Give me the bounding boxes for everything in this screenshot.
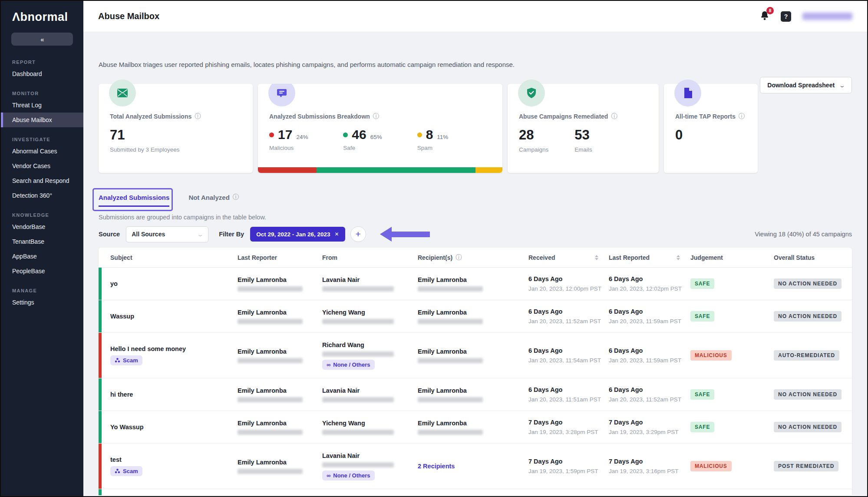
filter-bar: Source All Sources ⌄ Filter By Oct 29, 2… bbox=[99, 226, 852, 242]
column-header-received[interactable]: Received bbox=[528, 248, 609, 267]
blurred-email bbox=[238, 397, 303, 402]
sidebar-item-detection-360[interactable]: Detection 360° bbox=[1, 188, 83, 203]
close-icon[interactable]: ✕ bbox=[335, 231, 339, 237]
column-header-last-reported[interactable]: Last Reported bbox=[609, 248, 690, 267]
sidebar-item-vendor-cases[interactable]: Vendor Cases bbox=[1, 159, 83, 173]
sort-icon[interactable] bbox=[677, 255, 680, 260]
sidebar-item-settings[interactable]: Settings bbox=[1, 295, 83, 310]
reported-relative: 7 Days Ago bbox=[609, 419, 686, 426]
source-select[interactable]: All Sources ⌄ bbox=[126, 226, 208, 242]
subject-tag-label: Scam bbox=[123, 357, 138, 364]
add-filter-button[interactable]: + bbox=[350, 226, 366, 242]
cell-overall-status: NO ACTION NEEDED bbox=[774, 411, 852, 443]
received-timestamp: Jan 20, 2023, 11:51am PST bbox=[528, 396, 604, 403]
received-relative: 6 Days Ago bbox=[528, 308, 604, 315]
subject-text: test bbox=[110, 456, 233, 463]
cell-subject: yo bbox=[99, 268, 238, 300]
chevron-down-icon: ⌄ bbox=[839, 82, 845, 89]
subject-tag[interactable]: Scam bbox=[110, 355, 142, 365]
table-row[interactable]: Yo WassupEmily LamronbaYicheng WangEmily… bbox=[99, 411, 852, 444]
reported-timestamp: Jan 20, 2023, 11:59am PST bbox=[609, 318, 686, 325]
cell-recipients: 2 Recipients bbox=[418, 444, 528, 489]
topbar: Abuse Mailbox 8 ? bbox=[83, 1, 867, 32]
table-row[interactable]: WassupEmily LamronbaYicheng WangEmily La… bbox=[99, 300, 852, 333]
help-button[interactable]: ? bbox=[781, 11, 791, 22]
recipients-link[interactable]: 2 Recipients bbox=[418, 463, 524, 470]
sidebar-item-appbase[interactable]: AppBase bbox=[1, 249, 83, 264]
status-badge: NO ACTION NEEDED bbox=[774, 311, 842, 321]
nav-section-heading: MONITOR bbox=[1, 91, 83, 96]
breakdown-item-spam: 811% Spam bbox=[417, 127, 491, 151]
date-range-filter-chip[interactable]: Oct 29, 2022 - Jan 26, 2023 ✕ bbox=[250, 227, 345, 242]
info-icon[interactable]: ⓘ bbox=[611, 113, 617, 120]
cell-subject: Wassup bbox=[99, 300, 238, 332]
source-select-value: All Sources bbox=[132, 231, 165, 238]
table-row[interactable]: Hello I need some moneyScamEmily Lamronb… bbox=[99, 333, 852, 378]
info-icon[interactable]: ⓘ bbox=[233, 193, 239, 201]
info-icon[interactable]: ⓘ bbox=[739, 113, 745, 120]
envelope-icon bbox=[109, 80, 136, 106]
remediated-campaigns: 28 Campaigns bbox=[519, 120, 548, 153]
sidebar-nav: REPORTDashboardMONITORThreat LogAbuse Ma… bbox=[1, 50, 83, 310]
sidebar-item-peoplebase[interactable]: PeopleBase bbox=[1, 264, 83, 278]
cell-judgement: MALICIOUS bbox=[690, 333, 774, 378]
reported-timestamp: Jan 19, 2023, 3:29pm PST bbox=[609, 429, 686, 435]
info-icon[interactable]: ⓘ bbox=[373, 113, 379, 120]
sort-icon[interactable] bbox=[595, 255, 598, 260]
card-total-analyzed: Total Analyzed Submissions ⓘ 71 Submitte… bbox=[99, 84, 253, 173]
column-header-overall-status: Overall Status bbox=[774, 248, 852, 267]
nav-section-manage: MANAGESettings bbox=[1, 288, 83, 310]
sidebar-item-tenantbase[interactable]: TenantBase bbox=[1, 234, 83, 249]
from-tag[interactable]: ∞None / Others bbox=[322, 360, 375, 370]
spam-count: 8 bbox=[426, 127, 433, 142]
sidebar-item-vendorbase[interactable]: VendorBase bbox=[1, 219, 83, 234]
cell-last-reporter: Emily Lamronba bbox=[238, 268, 322, 300]
sidebar-item-abuse-mailbox[interactable]: Abuse Mailbox bbox=[1, 113, 83, 127]
user-account-name-redacted[interactable] bbox=[802, 13, 852, 20]
sidebar-item-abnormal-cases[interactable]: Abnormal Cases bbox=[1, 144, 83, 159]
blurred-email bbox=[238, 469, 303, 474]
chat-bubble-icon bbox=[268, 84, 295, 106]
blurred-email bbox=[322, 319, 394, 324]
reporter-name: Emily Lamronba bbox=[238, 387, 318, 394]
sidebar: Λbnormal « REPORTDashboardMONITORThreat … bbox=[1, 1, 83, 496]
notifications-button[interactable]: 8 bbox=[760, 10, 769, 23]
recipient-name: Emily Lamronba bbox=[418, 309, 524, 316]
download-spreadsheet-button[interactable]: Download Spreadsheet ⌄ bbox=[760, 77, 852, 93]
info-icon[interactable]: ⓘ bbox=[455, 254, 462, 262]
received-timestamp: Jan 19, 2023, 1:59pm PST bbox=[528, 468, 604, 474]
breakdown-item-safe: 4665% Safe bbox=[343, 127, 417, 151]
sidebar-item-threat-log[interactable]: Threat Log bbox=[1, 98, 83, 113]
tab-not-analyzed[interactable]: Not Analyzed ⓘ bbox=[188, 193, 238, 201]
nav-section-monitor: MONITORThreat LogAbuse Mailbox bbox=[1, 91, 83, 127]
cell-recipients: Emily Lamronba bbox=[418, 300, 528, 332]
info-icon[interactable]: ⓘ bbox=[195, 113, 201, 120]
tab-analyzed-submissions[interactable]: Analyzed Submissions bbox=[99, 194, 169, 201]
reported-relative: 7 Days Ago bbox=[609, 458, 686, 465]
nav-section-heading: MANAGE bbox=[1, 288, 83, 293]
status-badge: NO ACTION NEEDED bbox=[774, 422, 842, 432]
sidebar-item-dashboard[interactable]: Dashboard bbox=[1, 66, 83, 81]
from-tag[interactable]: ∞None / Others bbox=[322, 470, 375, 480]
from-tag-label: None / Others bbox=[333, 361, 370, 368]
blurred-email bbox=[238, 319, 303, 324]
blurred-email bbox=[238, 286, 303, 292]
safe-dot bbox=[343, 133, 348, 137]
from-name: Lavania Nair bbox=[322, 276, 413, 283]
malicious-pct: 24% bbox=[296, 134, 308, 140]
subject-tag[interactable]: Scam bbox=[110, 466, 142, 476]
sidebar-collapse-button[interactable]: « bbox=[11, 33, 73, 46]
annotation-arrow-shaft bbox=[392, 232, 430, 237]
table-row[interactable]: testScamEmily LamronbaLavania Nair∞None … bbox=[99, 444, 852, 489]
cell-recipients: Emily Lamronba bbox=[418, 268, 528, 300]
cell-last-reported: 6 Days AgoJan 20, 2023, 11:59am PST bbox=[609, 300, 690, 332]
remediated-emails: 53 Emails bbox=[574, 120, 592, 153]
table-row[interactable]: hi thereEmily LamronbaLavania NairEmily … bbox=[99, 378, 852, 411]
spam-label: Spam bbox=[417, 145, 491, 151]
total-analyzed-subtitle: Submitted by 3 Employees bbox=[110, 146, 241, 153]
table-row[interactable]: yoEmily LamronbaLavania NairEmily Lamron… bbox=[99, 268, 852, 300]
blurred-email bbox=[418, 430, 483, 435]
cell-from: Lavania Nair bbox=[322, 378, 418, 411]
sidebar-item-search-and-respond[interactable]: Search and Respond bbox=[1, 173, 83, 188]
cell-recipients: Emily Lamronba bbox=[418, 411, 528, 443]
